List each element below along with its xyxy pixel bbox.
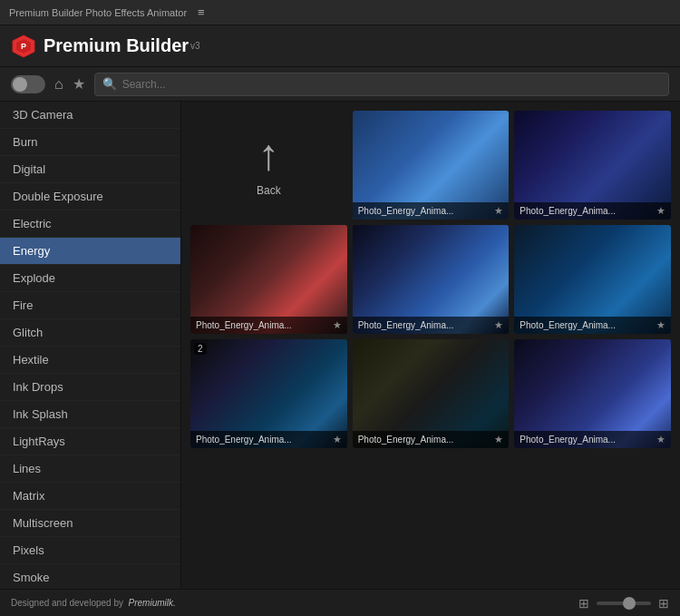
search-input[interactable] <box>122 78 661 91</box>
thumbnail-thumb-5[interactable]: Photo_Energy_Anima...★ <box>514 225 671 334</box>
thumbnail-star-icon[interactable]: ★ <box>494 205 503 217</box>
sidebar-item-matrix[interactable]: Matrix <box>0 483 180 510</box>
sidebar-item-digital[interactable]: Digital <box>0 156 180 183</box>
home-icon[interactable]: ⌂ <box>54 76 63 93</box>
footer-prefix: Designed and developed by <box>11 598 123 608</box>
thumbnail-badge: 2 <box>194 343 207 355</box>
toggle-knob <box>13 77 27 92</box>
thumbnail-star-icon[interactable]: ★ <box>333 319 342 331</box>
footer-controls: ⊞ ⊞ <box>578 596 669 611</box>
title-bar-text: Premium Builder Photo Effects Animator <box>9 7 187 18</box>
main: 3D CameraBurnDigitalDouble ExposureElect… <box>0 102 680 589</box>
search-bar: 🔍 <box>94 73 669 96</box>
menu-icon[interactable]: ≡ <box>198 5 205 19</box>
sidebar-item-multiscreen[interactable]: Multiscreen <box>0 510 180 537</box>
thumbnail-star-icon[interactable]: ★ <box>333 434 342 445</box>
thumbnail-thumb-2[interactable]: Photo_Energy_Anima...★ <box>514 111 671 220</box>
thumbnail-star-icon[interactable]: ★ <box>656 434 665 445</box>
footer-text: Designed and developed by Premiumilk. <box>11 598 578 608</box>
thumbnail-label: Photo_Energy_Anima...★ <box>353 431 510 448</box>
thumbnail-label-text: Photo_Energy_Anima... <box>196 320 329 330</box>
logo-icon: P <box>11 34 36 59</box>
sidebar-item-double-exposure[interactable]: Double Exposure <box>0 183 180 210</box>
back-arrow-icon: ↑ <box>257 133 279 177</box>
sidebar-item-hextile[interactable]: Hextile <box>0 347 180 374</box>
thumbnail-label-text: Photo_Energy_Anima... <box>196 435 329 445</box>
sidebar-item-ink-drops[interactable]: Ink Drops <box>0 374 180 401</box>
logo-version: v3 <box>190 41 200 51</box>
sidebar-item-lines[interactable]: Lines <box>0 455 180 483</box>
thumbnail-thumb-1[interactable]: Photo_Energy_Anima...★ <box>353 111 510 220</box>
sidebar-item-explode[interactable]: Explode <box>0 265 180 292</box>
title-bar: Premium Builder Photo Effects Animator ≡ <box>0 0 680 25</box>
footer: Designed and developed by Premiumilk. ⊞ … <box>0 589 680 616</box>
thumbnail-label-text: Photo_Energy_Anima... <box>358 320 491 330</box>
thumbnail-grid: ↑ Back Photo_Energy_Anima...★Photo_Energ… <box>190 111 671 448</box>
logo-text: Premium Builder <box>44 35 189 56</box>
thumbnail-star-icon[interactable]: ★ <box>656 319 665 331</box>
thumbnail-thumb-6[interactable]: 2Photo_Energy_Anima...★ <box>190 339 347 448</box>
sidebar-item-ink-splash[interactable]: Ink Splash <box>0 401 180 428</box>
thumbnail-thumb-7[interactable]: Photo_Energy_Anima...★ <box>353 339 510 448</box>
thumbnail-label: Photo_Energy_Anima...★ <box>514 431 671 448</box>
back-label: Back <box>257 184 281 197</box>
thumbnail-thumb-4[interactable]: Photo_Energy_Anima...★ <box>353 225 510 334</box>
thumbnail-label: Photo_Energy_Anima...★ <box>353 202 510 220</box>
thumbnail-star-icon[interactable]: ★ <box>494 319 503 331</box>
sidebar-item-electric[interactable]: Electric <box>0 210 180 238</box>
grid-small-icon[interactable]: ⊞ <box>578 596 589 611</box>
toggle-switch[interactable] <box>11 75 45 93</box>
slider-knob <box>623 597 636 610</box>
header: P Premium Builder v3 <box>0 25 680 67</box>
sidebar-item-lightrays[interactable]: LightRays <box>0 428 180 455</box>
favorites-icon[interactable]: ★ <box>73 75 85 93</box>
search-icon: 🔍 <box>102 77 117 91</box>
thumbnail-label-text: Photo_Energy_Anima... <box>358 435 491 445</box>
thumbnail-label-text: Photo_Energy_Anima... <box>520 206 653 216</box>
grid-large-icon[interactable]: ⊞ <box>658 596 669 611</box>
thumbnail-label-text: Photo_Energy_Anima... <box>520 320 653 330</box>
thumbnail-star-icon[interactable]: ★ <box>494 434 503 445</box>
thumbnail-thumb-3[interactable]: Photo_Energy_Anima...★ <box>190 225 347 334</box>
sidebar-item-smoke[interactable]: Smoke <box>0 564 180 589</box>
thumbnail-label-text: Photo_Energy_Anima... <box>520 435 653 445</box>
sidebar-item-pixels[interactable]: Pixels <box>0 537 180 564</box>
sidebar-item-glitch[interactable]: Glitch <box>0 319 180 347</box>
thumbnail-label: Photo_Energy_Anima...★ <box>190 431 347 448</box>
sidebar-item-3d-camera[interactable]: 3D Camera <box>0 102 180 129</box>
thumbnail-label: Photo_Energy_Anima...★ <box>190 317 347 334</box>
thumbnail-label: Photo_Energy_Anima...★ <box>353 317 510 334</box>
toolbar: ⌂ ★ 🔍 <box>0 67 680 102</box>
sidebar-item-energy[interactable]: Energy <box>0 238 180 265</box>
thumbnail-thumb-8[interactable]: Photo_Energy_Anima...★ <box>514 339 671 448</box>
thumbnail-label-text: Photo_Energy_Anima... <box>358 206 491 216</box>
sidebar-item-fire[interactable]: Fire <box>0 292 180 319</box>
size-slider[interactable] <box>597 601 651 605</box>
thumbnail-star-icon[interactable]: ★ <box>656 205 665 217</box>
thumbnail-label: Photo_Energy_Anima...★ <box>514 317 671 334</box>
sidebar: 3D CameraBurnDigitalDouble ExposureElect… <box>0 102 181 589</box>
sidebar-item-burn[interactable]: Burn <box>0 129 180 156</box>
content: ↑ Back Photo_Energy_Anima...★Photo_Energ… <box>181 102 680 589</box>
svg-text:P: P <box>21 42 26 51</box>
footer-brand: Premiumilk. <box>129 598 176 608</box>
thumbnail-label: Photo_Energy_Anima...★ <box>514 202 671 220</box>
back-button[interactable]: ↑ Back <box>190 111 347 220</box>
